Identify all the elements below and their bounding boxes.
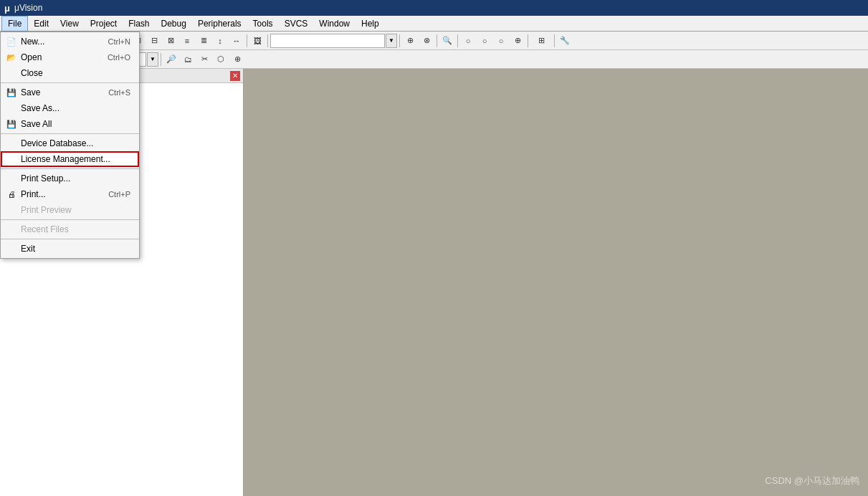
- menu-item-device-db[interactable]: Device Database...: [1, 135, 139, 151]
- menu-item-recent-files[interactable]: Recent Files: [1, 221, 139, 237]
- menu-item-open[interactable]: 📂 Open Ctrl+O: [1, 49, 139, 65]
- menu-project[interactable]: Project: [85, 16, 123, 32]
- tb-zoom-btn[interactable]: 🔍: [439, 33, 455, 49]
- open-icon: 📂: [5, 51, 18, 64]
- tb-sep-8: [457, 34, 458, 47]
- tb-circle1-btn[interactable]: ○: [460, 33, 476, 49]
- app-icon: μ: [4, 3, 10, 14]
- new-icon: 📄: [5, 35, 18, 48]
- menu-item-print-shortcut: Ctrl+P: [108, 190, 130, 199]
- tb2-btn-2[interactable]: 🗂: [180, 52, 196, 67]
- menu-item-print[interactable]: 🖨 Print... Ctrl+P: [1, 186, 139, 202]
- tb-circle2-btn[interactable]: ○: [477, 33, 492, 49]
- sep-4: [1, 219, 139, 220]
- toolbar2-combo-arrow[interactable]: ▼: [147, 52, 158, 67]
- menu-help[interactable]: Help: [356, 16, 385, 32]
- app-title: μVision: [14, 3, 42, 13]
- content-area: [244, 69, 868, 496]
- tb-grid-btn[interactable]: ⊞: [530, 33, 552, 49]
- menu-item-save[interactable]: 💾 Save Ctrl+S: [1, 85, 139, 100]
- sep-1: [1, 82, 139, 83]
- menu-item-save-shortcut: Ctrl+S: [108, 88, 130, 97]
- file-dropdown-menu: 📄 New... Ctrl+N 📂 Open Ctrl+O Close 💾 Sa…: [0, 32, 140, 259]
- tb-btn-12[interactable]: ⊗: [419, 33, 434, 49]
- menu-item-recent-files-label: Recent Files: [21, 224, 69, 234]
- tb-sep-5: [267, 34, 268, 47]
- tb-btn-9[interactable]: ↕: [212, 33, 228, 49]
- tb2-btn-3[interactable]: ✂: [196, 52, 212, 67]
- menu-item-new-label: New...: [21, 37, 44, 47]
- menu-edit[interactable]: Edit: [28, 16, 54, 32]
- menu-item-print-preview-label: Print Preview: [21, 205, 72, 215]
- sep-2: [1, 133, 139, 134]
- menu-item-exit-label: Exit: [21, 244, 35, 254]
- tb2-btn-1[interactable]: 🔎: [163, 52, 179, 67]
- menu-flash[interactable]: Flash: [123, 16, 155, 32]
- tb-circle3-btn[interactable]: ○: [493, 33, 509, 49]
- menu-item-saveall-label: Save All: [21, 119, 52, 129]
- tb-btn-6[interactable]: ⊠: [163, 33, 178, 49]
- save-icon: 💾: [5, 86, 18, 99]
- tb-sep-6: [399, 34, 400, 47]
- menu-debug[interactable]: Debug: [156, 16, 192, 32]
- tb-sep-10: [554, 34, 555, 47]
- menu-item-open-label: Open: [21, 52, 42, 62]
- menu-item-print-setup-label: Print Setup...: [21, 173, 70, 183]
- tb-btn-10[interactable]: ↔: [229, 33, 244, 49]
- menu-item-exit[interactable]: Exit: [1, 241, 139, 257]
- sep-3: [1, 168, 139, 169]
- menu-item-license[interactable]: License Management...: [1, 151, 139, 167]
- menu-item-close[interactable]: Close: [1, 65, 139, 81]
- menu-item-close-label: Close: [21, 68, 43, 78]
- menu-item-print-preview[interactable]: Print Preview: [1, 202, 139, 218]
- menu-item-saveas-label: Save As...: [21, 103, 59, 113]
- tb-sep-4: [247, 34, 247, 47]
- menu-item-save-label: Save: [21, 87, 40, 97]
- title-bar: μ μVision: [0, 0, 868, 16]
- menu-item-new-shortcut: Ctrl+N: [108, 37, 130, 46]
- menu-tools[interactable]: Tools: [247, 16, 279, 32]
- menu-bar: File Edit View Project Flash Debug Perip…: [0, 16, 868, 32]
- tb-sep-9: [528, 34, 528, 47]
- tb-btn-5[interactable]: ⊟: [146, 33, 162, 49]
- sep-5: [1, 239, 139, 239]
- tb-img-btn[interactable]: 🖼: [249, 33, 265, 49]
- menu-file[interactable]: File: [1, 16, 28, 32]
- menu-item-saveas[interactable]: Save As...: [1, 100, 139, 116]
- tb-btn-7[interactable]: ≡: [179, 33, 195, 49]
- tb-btn-11[interactable]: ⊕: [402, 33, 418, 49]
- menu-item-open-shortcut: Ctrl+O: [108, 53, 130, 62]
- print-icon: 🖨: [5, 188, 18, 201]
- menu-window[interactable]: Window: [313, 16, 356, 32]
- menu-peripherals[interactable]: Peripherals: [192, 16, 247, 32]
- menu-item-print-setup[interactable]: Print Setup...: [1, 171, 139, 186]
- tb-combo-input[interactable]: [270, 34, 385, 48]
- menu-view[interactable]: View: [54, 16, 85, 32]
- tb-sep-7: [437, 34, 437, 47]
- menu-item-license-label: License Management...: [21, 154, 110, 164]
- tb-btn-13[interactable]: ⊕: [510, 33, 525, 49]
- menu-item-print-label: Print...: [21, 189, 46, 199]
- menu-item-new[interactable]: 📄 New... Ctrl+N: [1, 34, 139, 49]
- tb-wrench-btn[interactable]: 🔧: [557, 33, 573, 49]
- saveall-icon: 💾: [5, 118, 18, 130]
- tb2-btn-4[interactable]: ⬡: [213, 52, 229, 67]
- tb2-sep-1: [161, 53, 161, 66]
- tb-combo-arrow[interactable]: ▼: [386, 34, 397, 48]
- panel-close-btn[interactable]: ✕: [230, 71, 240, 81]
- menu-svcs[interactable]: SVCS: [279, 16, 314, 32]
- tb-btn-8[interactable]: ≣: [196, 33, 211, 49]
- menu-item-saveall[interactable]: 💾 Save All: [1, 116, 139, 132]
- tb2-btn-5[interactable]: ⊕: [229, 52, 245, 67]
- menu-item-device-db-label: Device Database...: [21, 138, 93, 148]
- watermark: CSDN @小马达加油鸭: [765, 474, 859, 487]
